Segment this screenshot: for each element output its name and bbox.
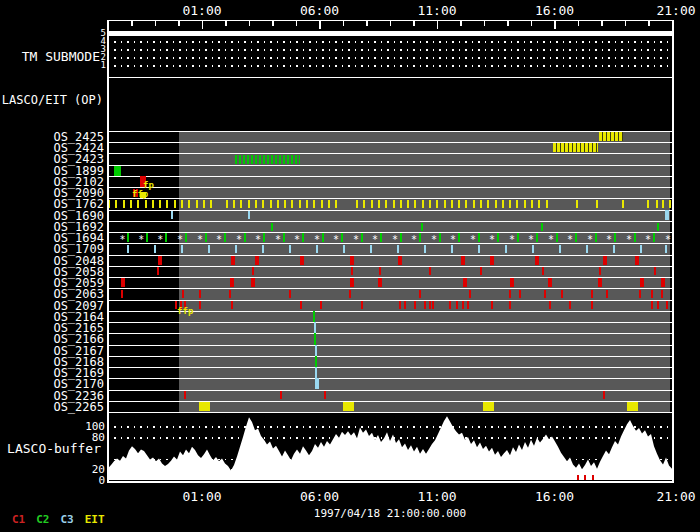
os-mark-tick-C3 — [315, 378, 319, 389]
os-row-day-shade — [179, 334, 670, 344]
os-mark-tick-C2 — [595, 233, 597, 242]
os-mark-tick-C3 — [370, 245, 372, 253]
buffer-red-mark — [592, 475, 594, 480]
os-row-day-shade — [179, 222, 670, 232]
os-mark-tick-C1 — [121, 278, 125, 287]
os-mark-tick-EIT — [137, 200, 139, 208]
os-mark-band-C2 — [235, 155, 300, 164]
tm-submode-bar — [108, 31, 672, 36]
os-mark-tick-C1 — [591, 301, 593, 309]
lasco-eit-op-label: LASCO/EIT (OP) — [0, 95, 103, 106]
os-mark-tick-EIT — [262, 200, 264, 208]
os-mark-tick-EIT — [313, 200, 315, 208]
os-mark-tick-C1 — [548, 278, 552, 287]
os-annotation: ffp — [177, 307, 199, 316]
plot-border-right — [672, 20, 674, 483]
os-mark-tick-C3 — [248, 211, 250, 219]
os-mark-tick-C3 — [343, 245, 345, 253]
os-mark-tick-C1 — [569, 301, 571, 309]
time-axis-top-tick — [484, 21, 486, 26]
time-axis-top-tick — [648, 21, 650, 26]
os-mark-tick-C1 — [469, 290, 471, 298]
tm-dotted-line — [108, 65, 672, 67]
os-mark-tick-C3 — [314, 322, 316, 333]
time-axis-top-tick — [601, 21, 603, 26]
os-mark-tick-EIT — [487, 200, 489, 208]
os-mark-tick-C3 — [451, 245, 453, 253]
tm-dotted-line — [108, 41, 672, 43]
time-axis-top-tick — [225, 21, 227, 26]
os-mark-square-EIT — [627, 402, 638, 411]
os-mark-tick-C1 — [603, 256, 607, 265]
time-axis-bottom-label: 01:00 — [172, 489, 232, 504]
time-axis-top-tick — [437, 21, 439, 29]
os-mark-tick-EIT — [248, 200, 250, 208]
os-mark-tick-EIT — [516, 200, 518, 208]
os-mark-tick-C1 — [424, 301, 426, 309]
os-mark-tick-EIT — [480, 200, 482, 208]
time-axis-top-tick — [131, 21, 133, 26]
os-mark-tick-EIT — [458, 200, 460, 208]
time-axis-bottom-label: 21:00 — [646, 489, 700, 504]
os-mark-tick-C1 — [640, 278, 644, 287]
os-mark-tick-EIT — [596, 200, 598, 208]
os-mark-tick-C1 — [467, 301, 469, 309]
os-annotation: ffp — [132, 190, 154, 199]
tm-submode-label: TM SUBMODE — [0, 51, 100, 62]
os-mark-tick-EIT — [509, 200, 511, 208]
os-mark-tick-C2 — [283, 233, 285, 242]
os-mark-tick-C1 — [651, 301, 653, 309]
os-mark-tick-C2 — [244, 233, 246, 242]
os-mark-tick-C2 — [541, 223, 543, 231]
legend-eit: EIT — [85, 513, 105, 526]
os-mark-tick-C1 — [300, 256, 304, 265]
os-mark-tick-C2 — [314, 333, 316, 344]
os-mark-tick-C1 — [480, 267, 482, 275]
os-mark-tick-C1 — [462, 301, 464, 309]
os-mark-tick-EIT — [115, 200, 117, 208]
time-axis-bottom-label: 11:00 — [407, 489, 467, 504]
os-mark-tick-EIT — [159, 200, 161, 208]
os-mark-tick-C1 — [542, 267, 544, 275]
time-axis-top-tick — [178, 21, 180, 26]
os-mark-tick-EIT — [531, 200, 533, 208]
buffer-area-chart — [108, 412, 672, 481]
os-mark-tick-EIT — [371, 200, 373, 208]
os-mark-tick-C1 — [509, 301, 511, 309]
os-mark-tick-C1 — [320, 301, 322, 309]
os-mark-tick-C1 — [519, 290, 521, 298]
os-mark-tick-C2 — [313, 311, 315, 322]
os-mark-tick-C1 — [121, 290, 123, 298]
os-row-day-shade — [179, 188, 670, 198]
os-mark-tick-C1 — [429, 301, 431, 309]
os-mark-tick-EIT — [166, 200, 168, 208]
time-axis-top-tick — [460, 21, 462, 26]
os-mark-tick-C1 — [379, 267, 381, 275]
os-mark-tick-EIT — [524, 200, 526, 208]
os-mark-tick-C3 — [532, 245, 534, 253]
os-mark-tick-EIT — [407, 200, 409, 208]
os-mark-tick-C1 — [399, 301, 401, 309]
os-mark-tick-C3 — [289, 245, 291, 253]
time-axis-top-label: 01:00 — [172, 3, 232, 18]
os-mark-tick-EIT — [451, 200, 453, 208]
os-mark-tick-EIT — [647, 200, 649, 208]
os-mark-tick-C3 — [586, 245, 588, 253]
os-mark-tick-C2 — [271, 223, 273, 231]
plot-border-left — [107, 20, 109, 483]
os-mark-tick-C1 — [414, 301, 416, 309]
os-mark-tick-C1 — [544, 290, 546, 298]
os-mark-tick-C3 — [665, 210, 669, 220]
time-axis-top-label: 11:00 — [407, 3, 467, 18]
os-mark-tick-EIT — [145, 200, 147, 208]
buffer-ytick-label: 80 — [70, 431, 105, 444]
legend-c2: C2 — [36, 513, 49, 526]
os-mark-tick-C3 — [262, 245, 264, 253]
os-mark-tick-C2 — [400, 233, 402, 242]
os-mark-tick-C3 — [154, 245, 156, 253]
os-mark-tick-C1 — [449, 301, 451, 309]
os-mark-tick-C2 — [556, 233, 558, 242]
os-mark-tick-C1 — [657, 301, 659, 309]
os-mark-tick-C1 — [252, 267, 254, 275]
time-axis-bottom — [108, 481, 672, 483]
